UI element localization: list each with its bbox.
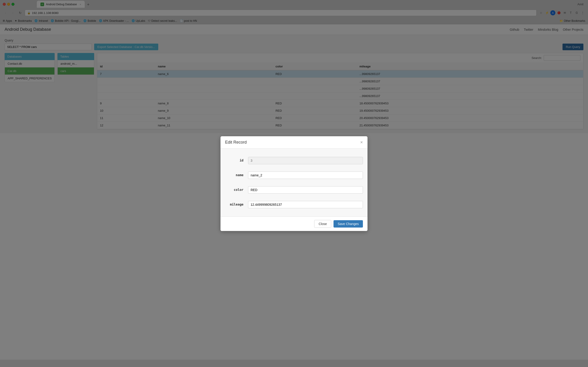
- modal-footer: Close Save Changes: [221, 217, 367, 231]
- form-label-mileage: mileage: [225, 201, 243, 206]
- form-input-color[interactable]: [248, 186, 363, 194]
- form-label-color: color: [225, 186, 243, 192]
- edit-record-modal: Edit Record × idnamecolormileage Close S…: [221, 136, 367, 231]
- form-row-name: name: [225, 168, 363, 183]
- form-row-id: id: [225, 153, 363, 168]
- close-button[interactable]: Close: [314, 220, 331, 228]
- form-row-color: color: [225, 183, 363, 197]
- form-label-name: name: [225, 172, 243, 177]
- modal-header: Edit Record ×: [221, 136, 367, 149]
- form-label-id: id: [225, 157, 243, 162]
- modal-body: idnamecolormileage: [221, 149, 367, 217]
- form-row-mileage: mileage: [225, 197, 363, 212]
- modal-overlay: Edit Record × idnamecolormileage Close S…: [0, 0, 588, 367]
- form-input-mileage[interactable]: [248, 201, 363, 208]
- modal-close-x-button[interactable]: ×: [360, 140, 363, 144]
- save-changes-button[interactable]: Save Changes: [334, 220, 363, 227]
- form-input-name[interactable]: [248, 172, 363, 179]
- modal-title: Edit Record: [225, 140, 247, 145]
- form-input-id: [248, 157, 363, 164]
